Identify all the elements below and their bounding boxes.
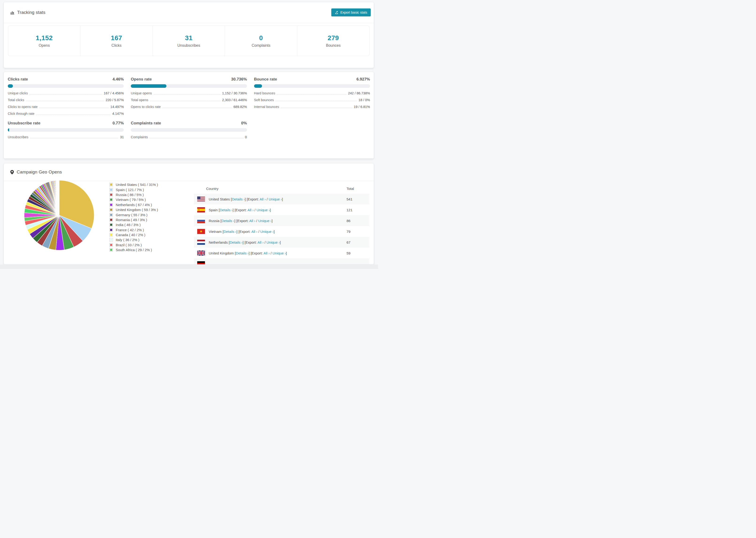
- slash: /: [266, 197, 269, 201]
- legend-swatch: [109, 193, 113, 196]
- export-label: Export:: [252, 251, 264, 255]
- rate-panel-header: Complaints rate0%: [131, 121, 247, 126]
- rate-detail-label: Clicks to opens rate: [8, 105, 37, 109]
- slash: /: [263, 241, 266, 244]
- legend-item-france[interactable]: France ( 42 / 2% ): [109, 228, 158, 232]
- export-unique-link[interactable]: Unique ›: [256, 208, 270, 212]
- rate-detail-rows: Hard bounces242 / 86.738%Soft bounces18 …: [254, 91, 370, 109]
- rate-detail-row: Hard bounces242 / 86.738%: [254, 91, 370, 95]
- legend-swatch: [109, 203, 113, 207]
- legend-swatch-color: [110, 189, 112, 191]
- table-row-united-kingdom: United Kingdom [Details ›] [Export: All …: [194, 248, 369, 258]
- stat-label: Complaints: [252, 43, 270, 48]
- rate-panel-opens-rate: Opens rate30.736%Unique opens1,152 / 30.…: [131, 77, 247, 119]
- export-all-link[interactable]: All ›: [247, 208, 253, 212]
- bracket: ] [: [233, 208, 236, 212]
- legend-swatch: [109, 208, 113, 211]
- total-cell: 67: [347, 241, 351, 244]
- rate-panel-bounce-rate: Bounce rate6.927%Hard bounces242 / 86.73…: [254, 77, 370, 119]
- legend-item-vietnam[interactable]: Vietnam ( 79 / 5% ): [109, 197, 158, 202]
- legend-item-united-states[interactable]: United States ( 541 / 31% ): [109, 182, 158, 187]
- details-link[interactable]: Details ›: [230, 241, 243, 244]
- legend-swatch: [109, 183, 113, 187]
- bracket: ]: [282, 197, 283, 201]
- rate-panel-header: Clicks rate4.46%: [8, 77, 124, 82]
- export-all-link[interactable]: All ›: [260, 197, 266, 201]
- legend-item-russia[interactable]: Russia ( 86 / 5% ): [109, 192, 158, 197]
- export-unique-link[interactable]: Unique ›: [258, 219, 272, 223]
- legend-item-spain[interactable]: Spain ( 121 / 7% ): [109, 187, 158, 192]
- legend-item-canada[interactable]: Canada ( 40 / 2% ): [109, 232, 158, 237]
- legend-label: South Africa ( 29 / 2% ): [116, 248, 152, 252]
- legend-item-netherlands[interactable]: Netherlands ( 67 / 4% ): [109, 202, 158, 207]
- rate-detail-row: Unique opens1,152 / 30.736%: [131, 91, 247, 95]
- bracket: ]: [272, 219, 273, 223]
- details-link[interactable]: Details ›: [220, 208, 233, 212]
- legend-item-brazil[interactable]: Brazil ( 33 / 2% ): [109, 242, 158, 247]
- legend-item-romania[interactable]: Romania ( 49 / 3% ): [109, 217, 158, 222]
- legend-swatch-color: [110, 219, 112, 221]
- table-row-russia: Russia [Details ›] [Export: All › / Uniq…: [194, 215, 369, 226]
- export-unique-link[interactable]: Unique ›: [273, 251, 286, 255]
- legend-item-south-africa[interactable]: South Africa ( 29 / 2% ): [109, 247, 158, 252]
- export-all-link[interactable]: All ›: [257, 241, 264, 244]
- summary-stats-box: 1,152Opens167Clicks31Unsubscribes0Compla…: [8, 26, 369, 56]
- export-unique-link[interactable]: Unique ›: [266, 241, 280, 244]
- bracket: ]: [270, 208, 271, 212]
- details-link[interactable]: Details ›: [236, 251, 249, 255]
- rate-panel-complaints-rate: Complaints rate0%Complaints0: [131, 121, 247, 142]
- total-cell: 541: [347, 197, 352, 201]
- details-link[interactable]: Details ›: [224, 230, 237, 234]
- summary-stat-complaints: 0Complaints: [225, 26, 297, 56]
- legend-item-italy[interactable]: Italy ( 36 / 2% ): [109, 237, 158, 242]
- export-unique-link[interactable]: Unique ›: [269, 197, 282, 201]
- rate-detail-row: Soft bounces18 / 0%: [254, 98, 370, 102]
- table-row-vietnam: Vietnam [Details ›] [Export: All › / Uni…: [194, 226, 369, 237]
- rate-detail-rows: Unique clicks167 / 4.456%Total clicks220…: [8, 91, 124, 116]
- export-basic-stats-button[interactable]: Export basic stats: [331, 9, 371, 17]
- rate-title: Clicks rate: [8, 77, 28, 82]
- total-cell: 86: [347, 219, 351, 223]
- legend-swatch-color: [110, 229, 112, 231]
- legend-swatch: [109, 218, 113, 222]
- details-link[interactable]: Details ›: [232, 197, 244, 201]
- rate-detail-label: Complaints: [131, 135, 148, 139]
- tracking-stats-card: Tracking stats Export basic stats 1,152O…: [4, 2, 374, 68]
- export-all-link[interactable]: All ›: [251, 230, 257, 234]
- legend-swatch-color: [110, 249, 112, 251]
- rate-panel-header: Unsubscribe rate0.77%: [8, 121, 124, 126]
- export-unique-link[interactable]: Unique ›: [260, 230, 274, 234]
- export-all-link[interactable]: All ›: [249, 219, 255, 223]
- country-cell: Russia [Details ›] [Export: All › / Uniq…: [209, 219, 273, 223]
- legend-item-united-kingdom[interactable]: United Kingdom ( 59 / 3% ): [109, 207, 158, 212]
- slash: /: [255, 219, 258, 223]
- legend-label: Italy ( 36 / 2% ): [116, 238, 139, 242]
- es-flag-icon: [197, 207, 205, 212]
- rate-detail-value: 19 / 6.81%: [354, 105, 370, 109]
- rate-value: 6.927%: [356, 77, 370, 82]
- rate-title: Complaints rate: [131, 121, 161, 126]
- slash: /: [257, 230, 260, 234]
- rate-detail-value: 31: [120, 135, 124, 139]
- legend-swatch: [109, 248, 113, 252]
- progress-bar: [8, 84, 124, 88]
- legend-item-india[interactable]: India ( 46 / 3% ): [109, 222, 158, 227]
- legend-item-germany[interactable]: Germany ( 55 / 3% ): [109, 212, 158, 217]
- table-row-spain: Spain [Details ›] [Export: All › / Uniqu…: [194, 204, 369, 215]
- export-all-link[interactable]: All ›: [263, 251, 270, 255]
- export-icon: [335, 11, 338, 14]
- rate-detail-value: 14.497%: [110, 105, 124, 109]
- column-header-country: Country: [206, 187, 219, 190]
- slash: /: [270, 251, 273, 255]
- map-pin-icon: [10, 170, 14, 174]
- legend-swatch-color: [110, 214, 112, 216]
- pie-slice-small[interactable]: [59, 180, 59, 215]
- column-header-total: Total: [347, 187, 354, 190]
- rate-panel-unsubscribe-rate: Unsubscribe rate0.77%Unsubscribes31: [8, 121, 124, 142]
- details-link[interactable]: Details ›: [221, 219, 234, 223]
- legend-label: United States ( 541 / 31% ): [116, 183, 158, 187]
- ru-flag-icon: [197, 218, 205, 223]
- rate-detail-label: Total clicks: [8, 98, 24, 102]
- rate-title: Bounce rate: [254, 77, 277, 82]
- total-cell: 121: [347, 208, 352, 212]
